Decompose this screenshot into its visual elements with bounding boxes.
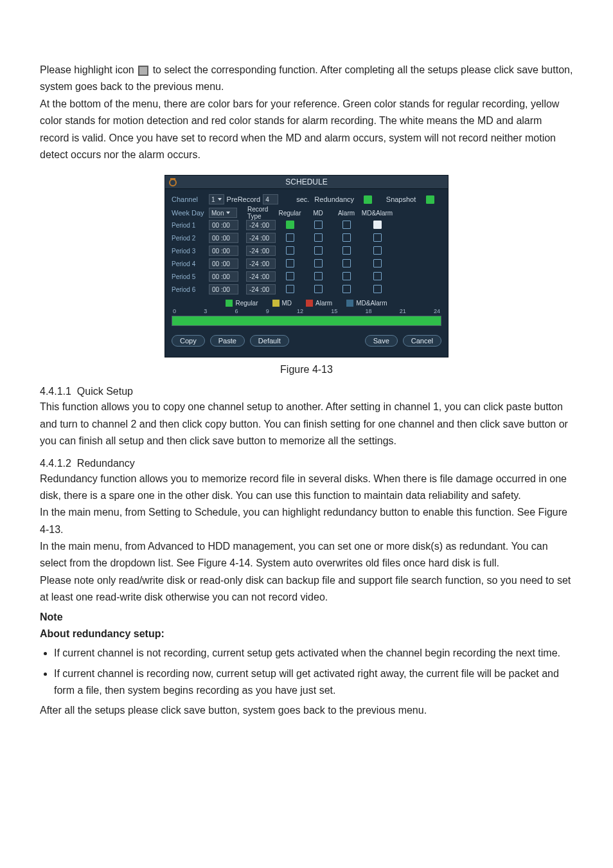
- period-mdalarm-checkbox[interactable]: [373, 221, 382, 229]
- about-redundancy-heading: About redundancy setup:: [40, 626, 573, 642]
- channel-label: Channel: [172, 195, 209, 203]
- schedule-icon: [168, 177, 178, 187]
- cancel-button[interactable]: Cancel: [403, 335, 441, 347]
- paste-button[interactable]: Paste: [210, 335, 245, 347]
- redundancy-after: After all the setups please click save b…: [40, 702, 573, 719]
- timeline: 03691215182124: [172, 308, 441, 326]
- col-md: MD: [304, 210, 332, 217]
- period-mdalarm-checkbox[interactable]: [373, 233, 382, 242]
- prerecord-input[interactable]: 4: [263, 194, 278, 204]
- period-label: Period 5: [172, 273, 209, 280]
- period-start[interactable]: 00 :00: [209, 284, 238, 294]
- period-start[interactable]: 00 :00: [209, 220, 238, 230]
- default-button[interactable]: Default: [250, 335, 289, 347]
- period-regular-checkbox[interactable]: [286, 221, 294, 229]
- axis-tick: 9: [266, 308, 269, 314]
- period-row: Period 200 :00-24 :00: [172, 231, 441, 244]
- col-regular: Regular: [276, 210, 304, 217]
- period-alarm-checkbox[interactable]: [342, 272, 351, 280]
- axis-tick: 18: [365, 308, 371, 314]
- period-row: Period 600 :00-24 :00: [172, 283, 441, 296]
- period-row: Period 400 :00-24 :00: [172, 257, 441, 270]
- weekday-label: Week Day: [172, 209, 209, 217]
- period-md-checkbox[interactable]: [314, 285, 323, 293]
- period-regular-checkbox[interactable]: [286, 233, 294, 242]
- channel-row: Channel 1 PreRecord 4 sec. Redundancy Sn…: [172, 193, 441, 206]
- legend-md-icon: [272, 300, 280, 307]
- schedule-figure: SCHEDULE Channel 1 PreRecord 4 sec. Redu…: [40, 175, 573, 357]
- period-label: Period 2: [172, 235, 209, 242]
- period-md-checkbox[interactable]: [314, 233, 323, 242]
- schedule-window: SCHEDULE Channel 1 PreRecord 4 sec. Redu…: [164, 175, 449, 357]
- period-regular-checkbox[interactable]: [286, 272, 294, 280]
- axis-tick: 24: [434, 308, 440, 314]
- period-end[interactable]: -24 :00: [246, 246, 276, 256]
- bullet-1: If current channel is not recording, cur…: [54, 645, 573, 662]
- save-button[interactable]: Save: [365, 335, 398, 347]
- period-regular-checkbox[interactable]: [286, 285, 294, 293]
- copy-button[interactable]: Copy: [172, 335, 205, 347]
- period-start[interactable]: 00 :00: [209, 246, 238, 256]
- text: Please highlight icon: [40, 64, 137, 75]
- period-regular-checkbox[interactable]: [286, 246, 294, 255]
- period-md-checkbox[interactable]: [314, 272, 323, 280]
- weekday-select[interactable]: Mon: [209, 208, 237, 218]
- period-regular-checkbox[interactable]: [286, 259, 294, 267]
- legend-md-label: MD: [282, 300, 292, 307]
- figure-caption: Figure 4-13: [40, 364, 573, 375]
- period-alarm-checkbox[interactable]: [342, 246, 351, 255]
- period-md-checkbox[interactable]: [314, 259, 323, 267]
- period-end[interactable]: -24 :00: [246, 220, 276, 230]
- period-mdalarm-checkbox[interactable]: [373, 272, 382, 280]
- period-start[interactable]: 00 :00: [209, 271, 238, 282]
- window-titlebar: SCHEDULE: [165, 176, 448, 189]
- channel-select[interactable]: 1: [209, 194, 224, 204]
- sec-label: sec.: [296, 195, 309, 203]
- legend-mdalarm-label: MD&Alarm: [356, 300, 387, 307]
- legend-mdalarm-icon: [346, 300, 353, 307]
- period-alarm-checkbox[interactable]: [342, 259, 351, 267]
- chevron-down-icon: [218, 198, 222, 201]
- period-end[interactable]: -24 :00: [246, 233, 276, 243]
- period-row: Period 100 :00-24 :00: [172, 219, 441, 231]
- period-label: Period 3: [172, 248, 209, 255]
- period-alarm-checkbox[interactable]: [342, 233, 351, 242]
- period-label: Period 1: [172, 222, 209, 229]
- period-row: Period 300 :00-24 :00: [172, 244, 441, 257]
- period-alarm-checkbox[interactable]: [342, 221, 351, 229]
- window-title: SCHEDULE: [285, 177, 327, 186]
- period-md-checkbox[interactable]: [314, 246, 323, 255]
- period-end[interactable]: -24 :00: [246, 258, 276, 269]
- snapshot-checkbox[interactable]: [426, 195, 434, 204]
- section-quick-setup-heading: 4.4.1.1 Quick Setup: [40, 386, 573, 397]
- redundancy-p1: Redundancy function allows you to memori…: [40, 471, 573, 505]
- intro-paragraph-1: Please highlight icon to select the corr…: [40, 62, 573, 96]
- period-md-checkbox[interactable]: [314, 221, 323, 229]
- period-end[interactable]: -24 :00: [246, 284, 276, 294]
- col-alarm: Alarm: [332, 210, 360, 217]
- period-label: Period 6: [172, 286, 209, 293]
- redundancy-checkbox[interactable]: [364, 195, 372, 204]
- quick-setup-paragraph: This function allows you to copy one cha…: [40, 399, 573, 449]
- period-mdalarm-checkbox[interactable]: [373, 246, 382, 255]
- period-mdalarm-checkbox[interactable]: [373, 285, 382, 293]
- legend: Regular MD Alarm MD&Alarm: [172, 300, 441, 307]
- redundancy-p3: In the main menu, from Advanced to HDD m…: [40, 538, 573, 572]
- redundancy-p4: Please note only read/write disk or read…: [40, 572, 573, 606]
- svg-point-0: [170, 179, 176, 186]
- chevron-down-icon: [226, 212, 230, 214]
- redundancy-bullets: If current channel is not recording, cur…: [54, 645, 573, 698]
- period-row: Period 500 :00-24 :00: [172, 270, 441, 283]
- redundancy-p2: In the main menu, from Setting to Schedu…: [40, 504, 573, 538]
- period-end[interactable]: -24 :00: [246, 271, 276, 282]
- period-mdalarm-checkbox[interactable]: [373, 259, 382, 267]
- axis-tick: 21: [400, 308, 406, 314]
- period-start[interactable]: 00 :00: [209, 233, 238, 243]
- axis-tick: 6: [235, 308, 238, 314]
- period-start[interactable]: 00 :00: [209, 258, 238, 269]
- period-alarm-checkbox[interactable]: [342, 285, 351, 293]
- bullet-2: If current channel is recording now, cur…: [54, 665, 573, 698]
- weekday-row: Week Day Mon Record Type Regular MD Alar…: [172, 206, 441, 219]
- period-label: Period 4: [172, 260, 209, 267]
- legend-regular-icon: [226, 300, 233, 307]
